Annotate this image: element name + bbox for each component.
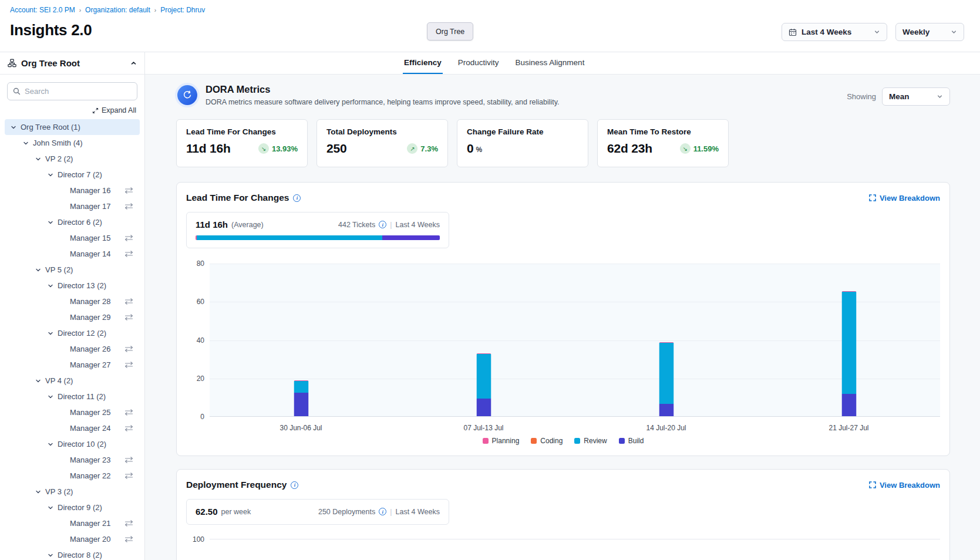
- tree-item-manager-29[interactable]: Manager 29: [5, 309, 140, 325]
- sliders-icon[interactable]: [124, 187, 133, 194]
- legend-swatch: [483, 438, 489, 444]
- tree-item-director-7-2[interactable]: Director 7 (2): [5, 167, 140, 183]
- tree-item-director-8-2[interactable]: Director 8 (2): [5, 547, 140, 560]
- chevron-down-icon[interactable]: [48, 552, 53, 558]
- chevron-down-icon[interactable]: [48, 283, 53, 289]
- tree-item-manager-14[interactable]: Manager 14: [5, 246, 140, 262]
- sliders-icon[interactable]: [124, 472, 133, 480]
- chevron-down-icon[interactable]: [48, 394, 53, 400]
- showing-select[interactable]: Mean: [882, 87, 950, 106]
- tree-item-director-9-2[interactable]: Director 9 (2): [5, 500, 140, 515]
- bar-14-jul-20-jul[interactable]: [659, 342, 673, 416]
- tree-item-director-12-2[interactable]: Director 12 (2): [5, 325, 140, 341]
- tree-item-director-11-2[interactable]: Director 11 (2): [5, 389, 140, 404]
- legend-swatch: [531, 438, 537, 444]
- info-icon[interactable]: i: [291, 481, 298, 489]
- tree-item-manager-23[interactable]: Manager 23: [5, 452, 140, 468]
- tree-item-label: Manager 26: [70, 345, 110, 353]
- org-tree-button[interactable]: Org Tree: [427, 22, 473, 41]
- tree-item-director-10-2[interactable]: Director 10 (2): [5, 436, 140, 452]
- info-icon[interactable]: i: [379, 221, 386, 228]
- tab-business-alignment[interactable]: Business Alignment: [514, 52, 586, 74]
- chevron-down-icon[interactable]: [35, 378, 41, 384]
- info-icon[interactable]: i: [379, 508, 386, 515]
- breadcrumb-link-project[interactable]: Project: Dhruv: [160, 6, 205, 14]
- tree-item-vp-3-2[interactable]: VP 3 (2): [5, 484, 140, 500]
- view-breakdown-link[interactable]: View Breakdown: [869, 481, 940, 490]
- info-icon[interactable]: i: [293, 194, 301, 202]
- tree-item-vp-5-2[interactable]: VP 5 (2): [5, 262, 140, 278]
- tree-item-manager-24[interactable]: Manager 24: [5, 420, 140, 436]
- chevron-down-icon[interactable]: [48, 441, 53, 447]
- tree-item-manager-20[interactable]: Manager 20: [5, 531, 140, 547]
- separator: |: [390, 221, 392, 229]
- sliders-icon[interactable]: [124, 234, 133, 242]
- tree-item-manager-27[interactable]: Manager 27: [5, 357, 140, 373]
- tree-item-manager-28[interactable]: Manager 28: [5, 294, 140, 309]
- legend-item-coding[interactable]: Coding: [531, 437, 563, 445]
- sliders-icon[interactable]: [124, 535, 133, 543]
- chevron-down-icon[interactable]: [48, 505, 53, 511]
- chevron-down-icon[interactable]: [35, 267, 41, 273]
- bar-30-jun-06-jul[interactable]: [294, 380, 308, 416]
- calendar-icon: [789, 28, 797, 36]
- chevron-down-icon[interactable]: [48, 330, 53, 336]
- legend-item-review[interactable]: Review: [574, 437, 607, 445]
- chevron-down-icon[interactable]: [35, 156, 41, 162]
- page-title: Insights 2.0: [10, 21, 92, 39]
- sliders-icon[interactable]: [124, 361, 133, 369]
- tree-item-org-tree-root-1[interactable]: Org Tree Root (1): [5, 119, 140, 135]
- breadcrumb-link-organization[interactable]: Organization: default: [85, 6, 150, 14]
- bar-21-jul-27-jul[interactable]: [841, 291, 856, 416]
- chevron-down-icon[interactable]: [11, 124, 16, 130]
- sliders-icon[interactable]: [124, 424, 133, 432]
- sliders-icon[interactable]: [124, 250, 133, 258]
- collapse-panel-chevron-up-icon[interactable]: [130, 60, 137, 66]
- sidebar-title: Org Tree Root: [21, 58, 126, 68]
- tree-item-director-6-2[interactable]: Director 6 (2): [5, 214, 140, 230]
- tab-efficiency[interactable]: Efficiency: [403, 52, 443, 74]
- sliders-icon[interactable]: [124, 345, 133, 353]
- trend-up-arrow-icon: ↗: [407, 143, 417, 154]
- legend-swatch: [619, 438, 625, 444]
- search-input[interactable]: [25, 87, 132, 96]
- deployment-rate-value: 62.50: [196, 507, 218, 517]
- content-scroll-area[interactable]: DORA Metrics DORA metrics measure softwa…: [145, 75, 980, 560]
- bar-07-jul-13-jul[interactable]: [476, 353, 491, 416]
- sidebar-header: Org Tree Root: [0, 52, 144, 75]
- tree-item-vp-4-2[interactable]: VP 4 (2): [5, 373, 140, 389]
- expand-all-button[interactable]: Expand All: [92, 106, 136, 114]
- chevron-down-icon[interactable]: [23, 140, 29, 146]
- tree-item-manager-16[interactable]: Manager 16: [5, 183, 140, 198]
- sliders-icon[interactable]: [124, 456, 133, 464]
- view-breakdown-link[interactable]: View Breakdown: [869, 194, 940, 203]
- chevron-down-icon[interactable]: [35, 489, 41, 495]
- sliders-icon[interactable]: [124, 409, 133, 416]
- dora-title: DORA Metrics: [206, 84, 560, 95]
- sliders-icon[interactable]: [124, 313, 133, 321]
- granularity-select[interactable]: Weekly: [895, 23, 964, 41]
- legend-item-build[interactable]: Build: [619, 437, 644, 445]
- date-range-select[interactable]: Last 4 Weeks: [782, 23, 887, 41]
- legend-item-planning[interactable]: Planning: [483, 437, 520, 445]
- chevron-down-icon[interactable]: [48, 172, 53, 178]
- tree-item-manager-21[interactable]: Manager 21: [5, 515, 140, 531]
- tab-productivity[interactable]: Productivity: [457, 52, 500, 74]
- sliders-icon[interactable]: [124, 519, 133, 527]
- tree-item-director-13-2[interactable]: Director 13 (2): [5, 278, 140, 294]
- sliders-icon[interactable]: [124, 298, 133, 305]
- tree-item-vp-2-2[interactable]: VP 2 (2): [5, 151, 140, 167]
- tree-item-manager-22[interactable]: Manager 22: [5, 468, 140, 484]
- tree-item-manager-15[interactable]: Manager 15: [5, 230, 140, 246]
- chevron-down-icon[interactable]: [48, 220, 53, 225]
- metric-delta-value: 13.93%: [272, 144, 298, 153]
- breadcrumb-link-account[interactable]: Account: SEI 2.0 PM: [10, 6, 75, 14]
- expand-all-label: Expand All: [102, 106, 136, 114]
- tree-item-manager-26[interactable]: Manager 26: [5, 341, 140, 357]
- tree-item-john-smith-4[interactable]: John Smith (4): [5, 135, 140, 151]
- tree-item-manager-17[interactable]: Manager 17: [5, 198, 140, 214]
- metric-label: Mean Time To Restore: [607, 127, 719, 136]
- sliders-icon[interactable]: [124, 203, 133, 210]
- metric-label: Change Failure Rate: [467, 127, 578, 136]
- tree-item-manager-25[interactable]: Manager 25: [5, 404, 140, 420]
